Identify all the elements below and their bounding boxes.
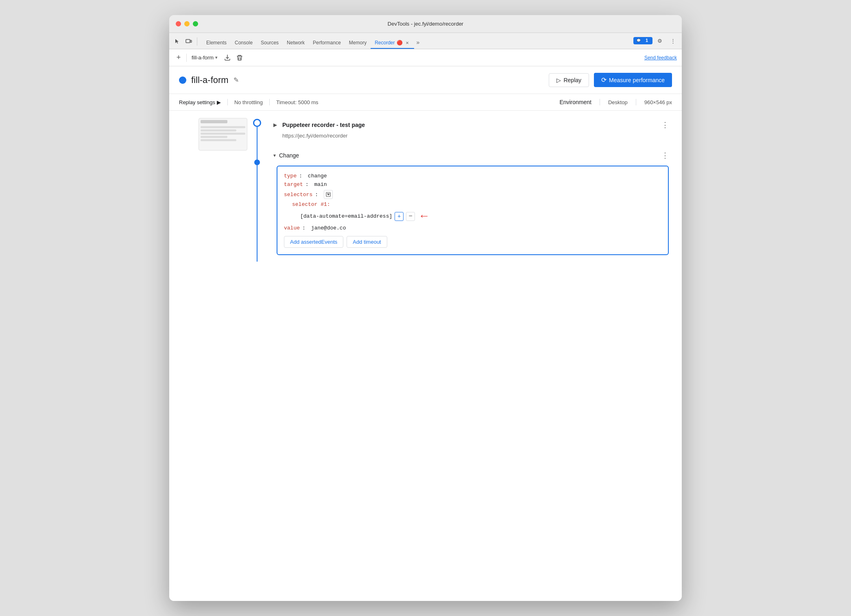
more-tabs-button[interactable]: » <box>414 37 422 49</box>
code-selector1-value-line: [data-automate=email-address] + − ← <box>300 210 661 223</box>
export-recording-button[interactable] <box>223 53 232 63</box>
code-selector1-value: [data-automate=email-address] <box>300 213 392 219</box>
step-navigate-header[interactable]: ▶ Puppeteer recorder - test page ⋮ <box>267 117 675 133</box>
selector-remove-button[interactable]: − <box>406 212 415 221</box>
tab-sources[interactable]: Sources <box>257 37 283 49</box>
step1-title: Puppeteer recorder - test page <box>282 122 365 128</box>
settings-icon[interactable]: ⚙ <box>654 35 666 46</box>
steps-content: ▶ Puppeteer recorder - test page ⋮ https… <box>264 117 675 262</box>
devtools-window: DevTools - jec.fyi/demo/recorder Element… <box>169 15 682 601</box>
cursor-icon[interactable] <box>172 37 182 46</box>
toolbar-icons <box>223 53 244 63</box>
timeline-node-1 <box>253 119 261 127</box>
code-type-line: type : change <box>284 173 661 179</box>
step1-thumbnail <box>195 118 247 151</box>
recorder-tab-icon: 🔴 <box>397 40 403 46</box>
code-type-value: change <box>308 173 327 179</box>
selector-add-button[interactable]: + <box>395 212 404 221</box>
play-icon: ▷ <box>556 77 561 83</box>
measure-performance-button[interactable]: ⟳ Measure performance <box>594 73 672 87</box>
code-target-line: target : main <box>284 181 661 188</box>
settings-divider-1 <box>227 99 228 105</box>
tab-right-actions: 💬 1 ⚙ ⋮ <box>633 35 679 49</box>
tab-network[interactable]: Network <box>283 37 309 49</box>
code-target-key: target <box>284 181 303 188</box>
recording-title-section: fill-a-form ✎ <box>179 75 239 85</box>
traffic-lights <box>176 21 198 26</box>
send-feedback-link[interactable]: Send feedback <box>644 55 677 61</box>
code-value-line: value : jane@doe.co <box>284 225 661 231</box>
tab-recorder[interactable]: Recorder 🔴 ✕ <box>371 37 414 49</box>
replay-settings-label[interactable]: Replay settings ▶ <box>179 99 221 105</box>
code-selector1-line: selector #1: <box>292 201 661 208</box>
recording-selector[interactable]: fill-a-form ▾ <box>190 55 219 61</box>
recording-header: fill-a-form ✎ ▷ Replay ⟳ Measure perform… <box>169 66 682 94</box>
step2-expand-icon: ▾ <box>273 153 276 158</box>
delete-recording-button[interactable] <box>235 53 244 63</box>
add-asserted-events-button[interactable]: Add assertedEvents <box>284 236 343 248</box>
settings-divider-2 <box>269 99 270 105</box>
code-selectors-line: selectors : <box>284 190 661 199</box>
customize-icon[interactable]: ⋮ <box>667 35 679 46</box>
code-value-val: jane@doe.co <box>311 225 346 231</box>
code-value-key: value <box>284 225 300 231</box>
device-toolbar-icon[interactable] <box>184 37 194 46</box>
step2-title: Change <box>279 152 299 159</box>
code-selectors-key: selectors <box>284 192 312 198</box>
code-action-buttons: Add assertedEvents Add timeout <box>284 236 661 248</box>
selector-arrow-icon: ▾ <box>215 55 218 60</box>
timeout-value: Timeout: 5000 ms <box>276 99 319 105</box>
settings-right: Environment Desktop 960×546 px <box>559 99 672 105</box>
window-title: DevTools - jec.fyi/demo/recorder <box>388 21 463 27</box>
timeline-column <box>251 117 264 262</box>
replay-button[interactable]: ▷ Replay <box>549 73 589 87</box>
minimize-button[interactable] <box>184 21 190 26</box>
timeline-node-2 <box>254 159 260 165</box>
throttling-value: No throttling <box>234 99 263 105</box>
settings-left: Replay settings ▶ No throttling Timeout:… <box>179 99 319 105</box>
recorder-main: fill-a-form ✎ ▷ Replay ⟳ Measure perform… <box>169 66 682 601</box>
step1-more-button[interactable]: ⋮ <box>661 121 669 129</box>
selector-inspect-button[interactable] <box>324 190 333 199</box>
tab-performance[interactable]: Performance <box>309 37 345 49</box>
add-recording-button[interactable]: + <box>174 53 183 62</box>
edit-recording-name-button[interactable]: ✎ <box>233 76 239 84</box>
step2-code-block: type : change target : main selectors <box>277 166 669 255</box>
step2-more-button[interactable]: ⋮ <box>661 152 669 159</box>
device-value: Desktop <box>608 99 628 105</box>
steps-area: ▶ Puppeteer recorder - test page ⋮ https… <box>169 111 682 268</box>
step-navigate: ▶ Puppeteer recorder - test page ⋮ https… <box>267 117 675 142</box>
close-button[interactable] <box>176 21 181 26</box>
recording-name: fill-a-form <box>191 75 229 85</box>
toolbar-separator-1 <box>186 54 187 62</box>
settings-chevron-icon: ▶ <box>217 99 221 105</box>
recording-actions: ▷ Replay ⟳ Measure performance <box>549 73 672 87</box>
step1-url: https://jec.fyi/demo/recorder <box>276 133 675 142</box>
env-divider-2 <box>636 99 636 105</box>
chat-badge-button[interactable]: 💬 1 <box>633 37 652 44</box>
timeline-line <box>257 123 257 262</box>
tab-console[interactable]: Console <box>231 37 257 49</box>
recording-status-dot <box>179 76 186 84</box>
maximize-button[interactable] <box>193 21 198 26</box>
env-divider-1 <box>600 99 600 105</box>
change-step-header[interactable]: ▾ Change ⋮ <box>267 149 675 162</box>
measure-icon: ⟳ <box>601 76 607 84</box>
red-arrow-indicator: ← <box>421 210 428 223</box>
svg-rect-1 <box>190 40 192 42</box>
add-timeout-button[interactable]: Add timeout <box>347 236 387 248</box>
tab-memory[interactable]: Memory <box>345 37 371 49</box>
tab-elements[interactable]: Elements <box>202 37 231 49</box>
code-type-key: type <box>284 173 297 179</box>
title-bar: DevTools - jec.fyi/demo/recorder <box>169 15 682 33</box>
replay-settings-bar: Replay settings ▶ No throttling Timeout:… <box>169 94 682 111</box>
code-selector1-label: selector #1: <box>292 201 330 208</box>
resolution-value: 960×546 px <box>644 99 672 105</box>
svg-rect-0 <box>186 39 190 43</box>
devtools-tabs-bar: Elements Console Sources Network Perform… <box>169 33 682 49</box>
recorder-tab-close[interactable]: ✕ <box>404 40 410 46</box>
tab-separator <box>197 37 197 46</box>
steps-sidebar <box>169 117 251 262</box>
tab-left-icons <box>172 37 199 49</box>
step-change: ▾ Change ⋮ type : change <box>267 149 675 255</box>
